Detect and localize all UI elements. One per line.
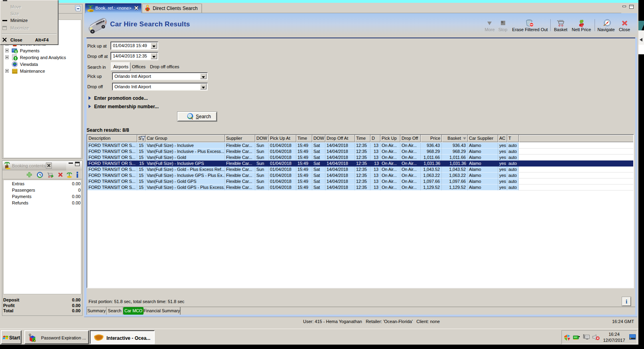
- svg-text:$: $: [15, 50, 17, 54]
